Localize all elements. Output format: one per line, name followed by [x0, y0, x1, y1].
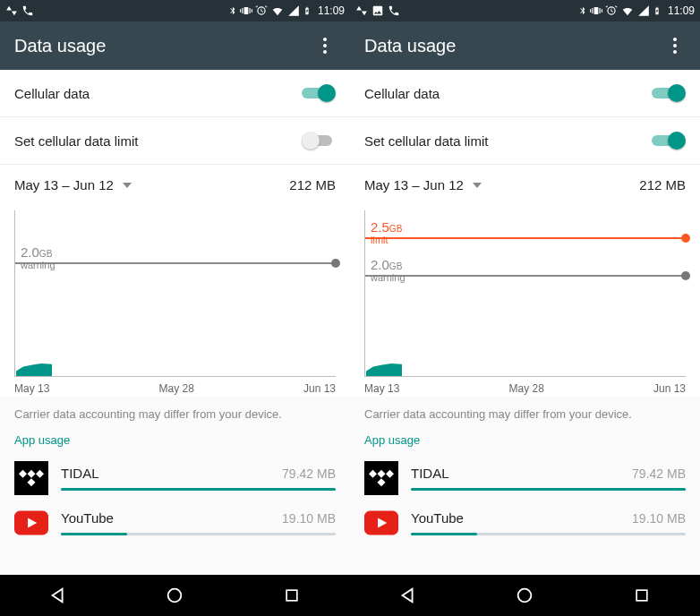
usage-graph: 2.0GB warning May 13 May 28 Jun 13: [0, 205, 350, 397]
recents-button[interactable]: [278, 582, 305, 609]
youtube-icon: [14, 506, 48, 540]
usage-area: [366, 364, 402, 376]
app-name: YouTube: [411, 510, 464, 526]
set-limit-row[interactable]: Set cellular data limit: [350, 117, 700, 165]
signal-icon: [287, 4, 300, 17]
app-usage-heading: App usage: [0, 424, 350, 452]
cycle-total: 212 MB: [639, 177, 686, 192]
svg-rect-15: [636, 590, 647, 601]
warning-handle[interactable]: [681, 271, 690, 280]
alarm-icon: [255, 4, 268, 17]
app-row-tidal[interactable]: TIDAL 79.42 MB: [350, 452, 700, 497]
call-icon: [388, 4, 400, 17]
app-row-tidal[interactable]: TIDAL 79.42 MB: [0, 452, 350, 497]
set-limit-label: Set cellular data limit: [364, 133, 652, 149]
app-row-youtube[interactable]: YouTube 19.10 MB: [0, 497, 350, 542]
wifi-icon: [270, 4, 285, 17]
x-axis-ticks: May 13 May 28 Jun 13: [11, 377, 339, 395]
app-value: 79.42 MB: [282, 466, 336, 481]
cellular-data-row[interactable]: Cellular data: [0, 70, 350, 117]
warning-label: 2.0GB warning: [21, 246, 55, 271]
signal-icon: [637, 4, 650, 17]
cycle-row[interactable]: May 13 – Jun 12 212 MB: [0, 165, 350, 205]
usage-graph: 2.5GB limit 2.0GB warning May 13 May 28 …: [350, 205, 700, 397]
bluetooth-icon: [578, 4, 587, 17]
vibrate-icon: [590, 4, 602, 17]
set-limit-toggle[interactable]: [302, 132, 336, 150]
phone-left: 11:09 Data usage Cellular data Set cellu…: [0, 0, 350, 616]
cycle-range: May 13 – Jun 12: [14, 177, 114, 192]
app-value: 19.10 MB: [282, 511, 336, 526]
svg-point-14: [518, 589, 532, 603]
recents-button[interactable]: [628, 582, 655, 609]
wifi-icon: [620, 4, 635, 17]
navigation-bar: [0, 575, 350, 616]
battery-charging-icon: [653, 4, 662, 17]
app-value: 19.10 MB: [632, 511, 686, 526]
status-time: 11:09: [318, 4, 345, 17]
warning-label: 2.0GB warning: [371, 259, 405, 284]
app-header: Data usage: [350, 21, 700, 70]
svg-rect-0: [14, 461, 48, 495]
network-activity-icon: [355, 4, 368, 17]
battery-charging-icon: [303, 4, 312, 17]
svg-rect-7: [286, 590, 297, 601]
phone-right: 11:09 Data usage Cellular data Set cellu…: [350, 0, 700, 616]
cellular-data-label: Cellular data: [364, 86, 652, 101]
status-bar: 11:09: [350, 0, 700, 21]
app-name: TIDAL: [61, 466, 99, 481]
cycle-row[interactable]: May 13 – Jun 12 212 MB: [350, 165, 700, 205]
usage-area: [16, 364, 52, 376]
vibrate-icon: [240, 4, 252, 17]
status-bar: 11:09: [0, 0, 350, 21]
overflow-menu-button[interactable]: [664, 35, 686, 56]
cellular-data-toggle[interactable]: [302, 84, 336, 102]
network-activity-icon: [5, 4, 18, 17]
home-button[interactable]: [511, 582, 538, 609]
page-title: Data usage: [364, 36, 456, 56]
set-limit-toggle[interactable]: [652, 132, 686, 150]
tidal-icon: [14, 461, 48, 495]
cellular-data-row[interactable]: Cellular data: [350, 70, 700, 117]
call-icon: [21, 4, 34, 17]
app-header: Data usage: [0, 21, 350, 70]
page-title: Data usage: [14, 36, 106, 56]
gallery-icon: [371, 4, 384, 17]
app-value: 79.42 MB: [632, 466, 686, 481]
chevron-down-icon: [123, 183, 132, 188]
cellular-data-toggle[interactable]: [652, 84, 686, 102]
set-limit-row[interactable]: Set cellular data limit: [0, 117, 350, 165]
set-limit-label: Set cellular data limit: [14, 133, 302, 149]
svg-point-6: [168, 589, 182, 603]
limit-handle[interactable]: [681, 234, 690, 243]
carrier-disclaimer: Carrier data accounting may differ from …: [0, 397, 350, 424]
limit-label: 2.5GB limit: [371, 221, 402, 246]
back-button[interactable]: [395, 582, 422, 609]
svg-rect-8: [364, 461, 398, 495]
app-row-youtube[interactable]: YouTube 19.10 MB: [350, 497, 700, 542]
overflow-menu-button[interactable]: [314, 35, 336, 56]
cycle-total: 212 MB: [289, 177, 336, 192]
warning-line[interactable]: [365, 275, 686, 277]
carrier-disclaimer: Carrier data accounting may differ from …: [350, 397, 700, 424]
bluetooth-icon: [228, 4, 237, 17]
navigation-bar: [350, 575, 700, 616]
cycle-range: May 13 – Jun 12: [364, 177, 464, 192]
app-name: YouTube: [61, 510, 114, 526]
limit-line[interactable]: [365, 237, 686, 239]
youtube-icon: [364, 506, 398, 540]
status-time: 11:09: [668, 4, 695, 17]
chevron-down-icon: [473, 183, 482, 188]
warning-line[interactable]: [15, 262, 336, 264]
app-usage-heading: App usage: [350, 424, 700, 452]
back-button[interactable]: [45, 582, 72, 609]
tidal-icon: [364, 461, 398, 495]
app-name: TIDAL: [411, 466, 449, 481]
x-axis-ticks: May 13 May 28 Jun 13: [361, 377, 689, 395]
warning-handle[interactable]: [331, 259, 340, 268]
alarm-icon: [605, 4, 618, 17]
cellular-data-label: Cellular data: [14, 86, 302, 101]
home-button[interactable]: [161, 582, 188, 609]
